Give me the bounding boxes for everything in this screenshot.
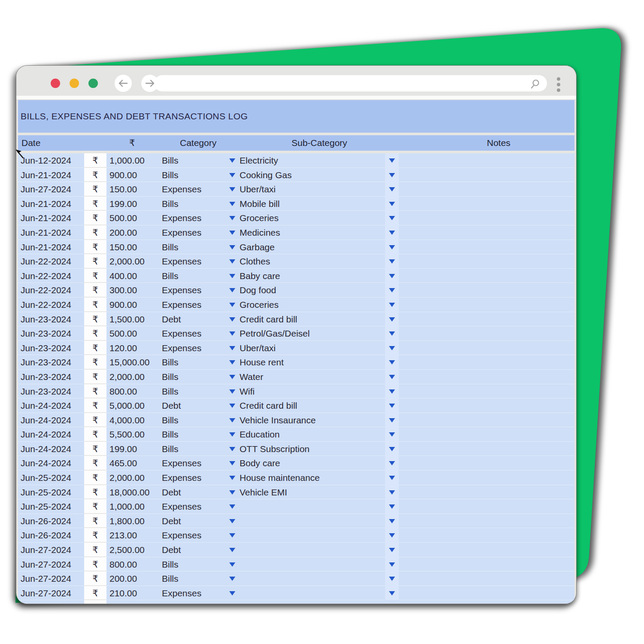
cell-category[interactable]: Debt [162, 312, 226, 327]
cell-sub-category[interactable]: Credit card bill [240, 312, 381, 327]
cell-notes[interactable] [400, 413, 572, 428]
category-dropdown-icon[interactable] [229, 504, 235, 509]
cell-currency[interactable]: ₹ [84, 370, 106, 384]
cell-currency[interactable]: ₹ [84, 254, 106, 269]
cell-date[interactable]: Jun-22-2024 [21, 254, 83, 269]
sub-category-dropdown-icon[interactable] [389, 346, 395, 350]
cell-notes[interactable] [400, 398, 572, 413]
cell-category[interactable]: Expenses [162, 211, 226, 225]
cell-amount[interactable]: 213.00 [109, 528, 160, 543]
cell-category[interactable]: Debt [162, 485, 226, 500]
cell-amount[interactable]: 200.00 [109, 571, 160, 586]
category-dropdown-icon[interactable] [229, 577, 235, 581]
cell-date[interactable]: Jun-27-2024 [21, 557, 83, 572]
cell-notes[interactable] [400, 528, 572, 543]
cell-date[interactable] [21, 600, 83, 604]
cell-date[interactable]: Jun-23-2024 [21, 355, 83, 370]
cell-sub-category[interactable]: Vehicle Insaurance [240, 413, 381, 428]
cell-date[interactable]: Jun-21-2024 [21, 225, 83, 240]
cell-sub-category[interactable]: House rent [240, 355, 381, 370]
sub-category-dropdown-icon[interactable] [389, 331, 395, 336]
cell-amount[interactable]: 900.00 [109, 168, 160, 182]
cell-category[interactable]: Expenses [162, 254, 226, 269]
cell-currency[interactable]: ₹ [84, 471, 106, 485]
cell-notes[interactable] [400, 384, 572, 399]
cell-sub-category[interactable] [240, 557, 381, 572]
cell-sub-category[interactable] [240, 528, 381, 543]
category-dropdown-icon[interactable] [229, 404, 235, 408]
cell-amount[interactable]: 500.00 [109, 326, 160, 341]
category-dropdown-icon[interactable] [229, 259, 235, 264]
cell-currency[interactable]: ₹ [84, 197, 106, 211]
address-bar[interactable] [154, 75, 547, 91]
sub-category-dropdown-icon[interactable] [389, 187, 395, 191]
cell-currency[interactable]: ₹ [84, 283, 106, 298]
cell-notes[interactable] [400, 211, 572, 225]
cell-amount[interactable]: 2,000.00 [109, 254, 160, 269]
cell-date[interactable]: Jun-26-2024 [21, 514, 83, 529]
cell-date[interactable]: Jun-23-2024 [21, 341, 83, 355]
cell-currency[interactable]: ₹ [84, 427, 106, 442]
cell-notes[interactable] [400, 514, 572, 529]
sub-category-dropdown-icon[interactable] [389, 389, 395, 394]
cell-notes[interactable] [400, 355, 572, 370]
cell-category[interactable]: Bills [162, 413, 226, 428]
cell-amount[interactable]: 5,500.00 [109, 427, 160, 442]
cell-sub-category[interactable] [240, 543, 381, 557]
cell-category[interactable]: Debt [162, 543, 226, 557]
category-dropdown-icon[interactable] [229, 591, 235, 595]
cell-amount[interactable]: 18,000.00 [109, 485, 160, 500]
cell-notes[interactable] [400, 499, 572, 514]
cell-amount[interactable]: 400.00 [109, 269, 160, 283]
category-dropdown-icon[interactable] [229, 202, 235, 206]
category-dropdown-icon[interactable] [229, 432, 235, 437]
cell-notes[interactable] [400, 586, 572, 601]
cell-currency[interactable]: ₹ [84, 298, 106, 312]
category-dropdown-icon[interactable] [229, 490, 235, 495]
category-dropdown-icon[interactable] [229, 231, 235, 235]
cell-currency[interactable]: ₹ [84, 326, 106, 341]
category-dropdown-icon[interactable] [229, 562, 235, 567]
cell-category[interactable]: Bills [162, 269, 226, 283]
cell-date[interactable]: Jun-24-2024 [21, 456, 83, 471]
category-dropdown-icon[interactable] [229, 519, 235, 523]
cell-category[interactable]: Expenses [162, 499, 226, 514]
sub-category-dropdown-icon[interactable] [389, 504, 395, 509]
cell-sub-category[interactable]: Baby care [240, 269, 381, 283]
sub-category-dropdown-icon[interactable] [389, 461, 395, 465]
cell-date[interactable]: Jun-23-2024 [21, 384, 83, 399]
cell-sub-category[interactable]: Vehicle EMI [240, 485, 381, 500]
cell-currency[interactable]: ₹ [84, 168, 106, 182]
cell-date[interactable]: Jun-23-2024 [21, 326, 83, 341]
cell-currency[interactable]: ₹ [84, 499, 106, 514]
sub-category-dropdown-icon[interactable] [389, 288, 395, 292]
cell-notes[interactable] [400, 471, 572, 485]
cell-date[interactable]: Jun-22-2024 [21, 269, 83, 283]
sub-category-dropdown-icon[interactable] [389, 591, 395, 595]
sub-category-dropdown-icon[interactable] [389, 158, 395, 163]
category-dropdown-icon[interactable] [229, 173, 235, 177]
cell-category[interactable]: Debt [162, 514, 226, 529]
cell-currency[interactable]: ₹ [84, 182, 106, 197]
sub-category-dropdown-icon[interactable] [389, 360, 395, 365]
cell-amount[interactable]: 2,500.00 [109, 543, 160, 557]
category-dropdown-icon[interactable] [229, 317, 235, 322]
traffic-light-minimize-button[interactable] [70, 79, 79, 88]
cell-date[interactable]: Jun-24-2024 [21, 427, 83, 442]
cell-date[interactable]: Jun-25-2024 [21, 499, 83, 514]
category-dropdown-icon[interactable] [229, 375, 235, 379]
cell-notes[interactable] [400, 240, 572, 255]
cell-amount[interactable]: 15,000.00 [109, 355, 160, 370]
cell-sub-category[interactable]: Water [240, 370, 381, 384]
cell-sub-category[interactable]: Petrol/Gas/Deisel [240, 326, 381, 341]
cell-currency[interactable]: ₹ [84, 557, 106, 572]
cell-category[interactable]: Bills [162, 168, 226, 182]
category-dropdown-icon[interactable] [229, 303, 235, 307]
category-dropdown-icon[interactable] [229, 461, 235, 465]
cell-date[interactable]: Jun-27-2024 [21, 182, 83, 197]
sub-category-dropdown-icon[interactable] [389, 577, 395, 581]
cell-category[interactable]: Expenses [162, 456, 226, 471]
category-dropdown-icon[interactable] [229, 389, 235, 394]
cell-currency[interactable]: ₹ [84, 442, 106, 456]
cell-category[interactable]: Bills [162, 442, 226, 456]
